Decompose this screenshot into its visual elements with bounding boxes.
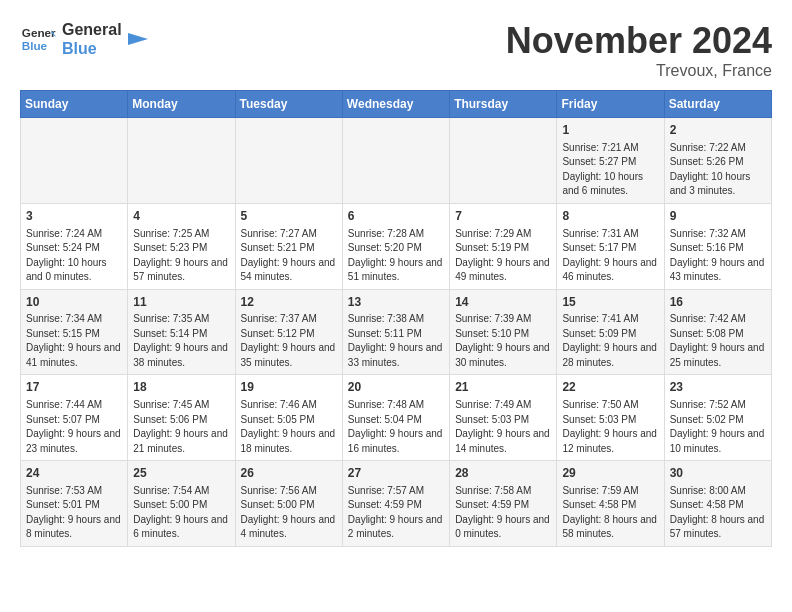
logo-icon: General Blue (20, 21, 56, 57)
calendar-cell: 30Sunrise: 8:00 AM Sunset: 4:58 PM Dayli… (664, 461, 771, 547)
calendar-cell: 28Sunrise: 7:58 AM Sunset: 4:59 PM Dayli… (450, 461, 557, 547)
day-number: 18 (133, 379, 229, 396)
col-friday: Friday (557, 91, 664, 118)
day-number: 30 (670, 465, 766, 482)
day-info: Sunrise: 8:00 AM Sunset: 4:58 PM Dayligh… (670, 484, 766, 542)
day-info: Sunrise: 7:39 AM Sunset: 5:10 PM Dayligh… (455, 312, 551, 370)
day-number: 11 (133, 294, 229, 311)
col-saturday: Saturday (664, 91, 771, 118)
day-number: 27 (348, 465, 444, 482)
day-number: 12 (241, 294, 337, 311)
day-info: Sunrise: 7:37 AM Sunset: 5:12 PM Dayligh… (241, 312, 337, 370)
calendar-cell: 4Sunrise: 7:25 AM Sunset: 5:23 PM Daylig… (128, 203, 235, 289)
day-info: Sunrise: 7:45 AM Sunset: 5:06 PM Dayligh… (133, 398, 229, 456)
day-info: Sunrise: 7:59 AM Sunset: 4:58 PM Dayligh… (562, 484, 658, 542)
day-number: 1 (562, 122, 658, 139)
day-info: Sunrise: 7:48 AM Sunset: 5:04 PM Dayligh… (348, 398, 444, 456)
calendar-cell: 5Sunrise: 7:27 AM Sunset: 5:21 PM Daylig… (235, 203, 342, 289)
calendar-week-2: 3Sunrise: 7:24 AM Sunset: 5:24 PM Daylig… (21, 203, 772, 289)
col-wednesday: Wednesday (342, 91, 449, 118)
calendar-cell: 7Sunrise: 7:29 AM Sunset: 5:19 PM Daylig… (450, 203, 557, 289)
location: Trevoux, France (506, 62, 772, 80)
calendar-cell: 22Sunrise: 7:50 AM Sunset: 5:03 PM Dayli… (557, 375, 664, 461)
calendar-week-1: 1Sunrise: 7:21 AM Sunset: 5:27 PM Daylig… (21, 118, 772, 204)
calendar-cell: 13Sunrise: 7:38 AM Sunset: 5:11 PM Dayli… (342, 289, 449, 375)
logo-text-blue: Blue (62, 39, 122, 58)
day-info: Sunrise: 7:49 AM Sunset: 5:03 PM Dayligh… (455, 398, 551, 456)
day-number: 22 (562, 379, 658, 396)
calendar-cell: 26Sunrise: 7:56 AM Sunset: 5:00 PM Dayli… (235, 461, 342, 547)
header-row: Sunday Monday Tuesday Wednesday Thursday… (21, 91, 772, 118)
col-sunday: Sunday (21, 91, 128, 118)
day-number: 20 (348, 379, 444, 396)
day-info: Sunrise: 7:58 AM Sunset: 4:59 PM Dayligh… (455, 484, 551, 542)
day-info: Sunrise: 7:38 AM Sunset: 5:11 PM Dayligh… (348, 312, 444, 370)
calendar-cell: 21Sunrise: 7:49 AM Sunset: 5:03 PM Dayli… (450, 375, 557, 461)
calendar-week-5: 24Sunrise: 7:53 AM Sunset: 5:01 PM Dayli… (21, 461, 772, 547)
col-thursday: Thursday (450, 91, 557, 118)
calendar-cell: 18Sunrise: 7:45 AM Sunset: 5:06 PM Dayli… (128, 375, 235, 461)
calendar-table: Sunday Monday Tuesday Wednesday Thursday… (20, 90, 772, 547)
day-info: Sunrise: 7:50 AM Sunset: 5:03 PM Dayligh… (562, 398, 658, 456)
calendar-cell: 29Sunrise: 7:59 AM Sunset: 4:58 PM Dayli… (557, 461, 664, 547)
day-info: Sunrise: 7:56 AM Sunset: 5:00 PM Dayligh… (241, 484, 337, 542)
day-info: Sunrise: 7:44 AM Sunset: 5:07 PM Dayligh… (26, 398, 122, 456)
logo-text-general: General (62, 20, 122, 39)
day-number: 13 (348, 294, 444, 311)
day-number: 10 (26, 294, 122, 311)
day-number: 25 (133, 465, 229, 482)
day-info: Sunrise: 7:32 AM Sunset: 5:16 PM Dayligh… (670, 227, 766, 285)
calendar-cell: 19Sunrise: 7:46 AM Sunset: 5:05 PM Dayli… (235, 375, 342, 461)
svg-text:Blue: Blue (22, 39, 48, 52)
calendar-cell (128, 118, 235, 204)
calendar-cell: 6Sunrise: 7:28 AM Sunset: 5:20 PM Daylig… (342, 203, 449, 289)
day-number: 21 (455, 379, 551, 396)
day-number: 7 (455, 208, 551, 225)
calendar-cell: 9Sunrise: 7:32 AM Sunset: 5:16 PM Daylig… (664, 203, 771, 289)
svg-marker-3 (128, 33, 148, 45)
logo-arrow-icon (128, 29, 148, 49)
day-number: 19 (241, 379, 337, 396)
day-number: 16 (670, 294, 766, 311)
calendar-week-4: 17Sunrise: 7:44 AM Sunset: 5:07 PM Dayli… (21, 375, 772, 461)
day-info: Sunrise: 7:42 AM Sunset: 5:08 PM Dayligh… (670, 312, 766, 370)
logo: General Blue General Blue (20, 20, 148, 58)
col-tuesday: Tuesday (235, 91, 342, 118)
calendar-body: 1Sunrise: 7:21 AM Sunset: 5:27 PM Daylig… (21, 118, 772, 547)
calendar-cell: 8Sunrise: 7:31 AM Sunset: 5:17 PM Daylig… (557, 203, 664, 289)
day-number: 8 (562, 208, 658, 225)
calendar-cell: 25Sunrise: 7:54 AM Sunset: 5:00 PM Dayli… (128, 461, 235, 547)
day-number: 15 (562, 294, 658, 311)
day-info: Sunrise: 7:28 AM Sunset: 5:20 PM Dayligh… (348, 227, 444, 285)
calendar-cell (235, 118, 342, 204)
day-info: Sunrise: 7:22 AM Sunset: 5:26 PM Dayligh… (670, 141, 766, 199)
day-info: Sunrise: 7:41 AM Sunset: 5:09 PM Dayligh… (562, 312, 658, 370)
day-number: 24 (26, 465, 122, 482)
day-number: 23 (670, 379, 766, 396)
day-number: 17 (26, 379, 122, 396)
calendar-cell: 20Sunrise: 7:48 AM Sunset: 5:04 PM Dayli… (342, 375, 449, 461)
calendar-cell: 23Sunrise: 7:52 AM Sunset: 5:02 PM Dayli… (664, 375, 771, 461)
calendar-header: Sunday Monday Tuesday Wednesday Thursday… (21, 91, 772, 118)
title-area: November 2024 Trevoux, France (506, 20, 772, 80)
day-number: 29 (562, 465, 658, 482)
day-info: Sunrise: 7:46 AM Sunset: 5:05 PM Dayligh… (241, 398, 337, 456)
day-info: Sunrise: 7:34 AM Sunset: 5:15 PM Dayligh… (26, 312, 122, 370)
day-number: 4 (133, 208, 229, 225)
day-info: Sunrise: 7:25 AM Sunset: 5:23 PM Dayligh… (133, 227, 229, 285)
day-number: 26 (241, 465, 337, 482)
calendar-cell (450, 118, 557, 204)
day-info: Sunrise: 7:35 AM Sunset: 5:14 PM Dayligh… (133, 312, 229, 370)
calendar-cell: 2Sunrise: 7:22 AM Sunset: 5:26 PM Daylig… (664, 118, 771, 204)
calendar-cell: 11Sunrise: 7:35 AM Sunset: 5:14 PM Dayli… (128, 289, 235, 375)
calendar-week-3: 10Sunrise: 7:34 AM Sunset: 5:15 PM Dayli… (21, 289, 772, 375)
calendar-cell (21, 118, 128, 204)
day-number: 5 (241, 208, 337, 225)
day-info: Sunrise: 7:27 AM Sunset: 5:21 PM Dayligh… (241, 227, 337, 285)
calendar-cell: 1Sunrise: 7:21 AM Sunset: 5:27 PM Daylig… (557, 118, 664, 204)
day-info: Sunrise: 7:53 AM Sunset: 5:01 PM Dayligh… (26, 484, 122, 542)
day-number: 6 (348, 208, 444, 225)
day-info: Sunrise: 7:21 AM Sunset: 5:27 PM Dayligh… (562, 141, 658, 199)
day-number: 28 (455, 465, 551, 482)
calendar-cell: 17Sunrise: 7:44 AM Sunset: 5:07 PM Dayli… (21, 375, 128, 461)
